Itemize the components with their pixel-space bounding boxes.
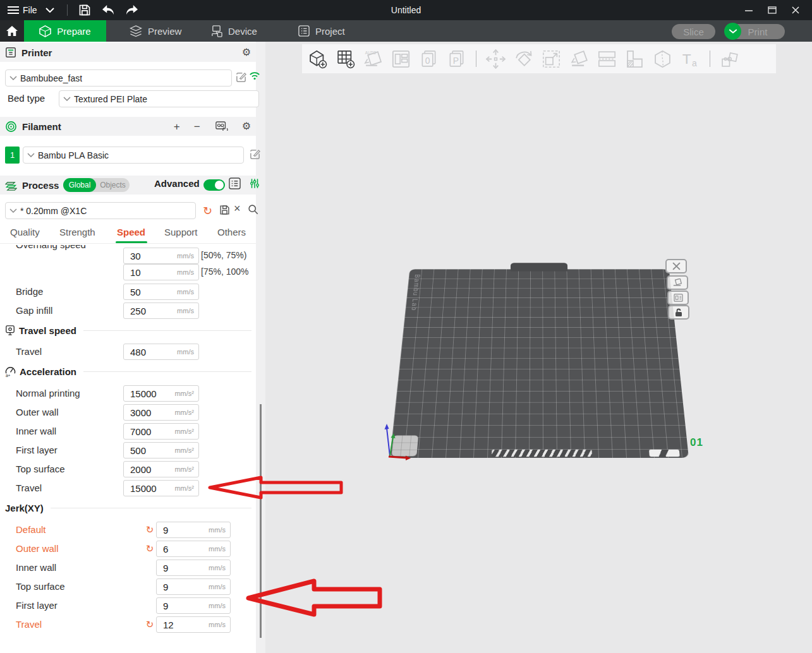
color-painting-button[interactable] (652, 49, 673, 69)
support-painting-button[interactable] (624, 49, 645, 69)
reset-jerk-travel-icon[interactable]: ↻ (144, 619, 155, 630)
parameter-table-button[interactable] (249, 177, 260, 192)
cut-tool-button[interactable] (597, 49, 617, 69)
undo-button[interactable] (101, 0, 115, 20)
text-tool-button[interactable]: T a (680, 49, 701, 69)
split-to-objects-button[interactable]: 0 (418, 49, 439, 69)
travel-speed-icon (5, 325, 15, 335)
printer-preset-select[interactable]: Bambubee_fast (5, 69, 232, 87)
delete-plate-button[interactable] (665, 259, 687, 273)
printer-connection-button[interactable] (249, 71, 260, 83)
filament-preset-select[interactable]: Bambu PLA Basic (23, 147, 244, 164)
accel-top-input[interactable]: 2000 mm/s² (123, 461, 199, 477)
tab-prepare[interactable]: Prepare (24, 20, 106, 42)
accel-normal-input[interactable]: 15000 mm/s² (123, 385, 199, 402)
reset-jerk-outer-icon[interactable]: ↻ (144, 543, 155, 554)
app-menu-button[interactable] (8, 0, 19, 20)
jerk-outer-input[interactable]: 6 mm/s (156, 541, 231, 557)
tab-device[interactable]: Device (210, 20, 286, 42)
tab-quality[interactable]: Quality (10, 227, 40, 237)
add-object-button[interactable] (307, 49, 328, 69)
edit-filament-preset-button[interactable] (249, 148, 261, 163)
reset-jerk-default-icon[interactable]: ↻ (144, 524, 155, 536)
jerk-first-input[interactable]: 9 mm/s (156, 597, 231, 614)
lock-plate-button[interactable] (668, 305, 689, 320)
delete-preset-button[interactable]: × (234, 202, 241, 215)
value: 6 (163, 544, 168, 554)
ams-sync-button[interactable] (215, 120, 228, 133)
process-scope-toggle[interactable]: Global Objects (63, 178, 130, 192)
printer-settings-gear-icon[interactable]: ⚙ (242, 47, 251, 57)
accel-inner-input[interactable]: 7000 mm/s² (123, 423, 199, 440)
split-to-parts-button[interactable]: P (446, 49, 467, 69)
accel-outer-input[interactable]: 3000 mm/s² (123, 404, 199, 421)
redo-button[interactable] (125, 0, 139, 20)
filament-settings-gear-icon[interactable]: ⚙ (242, 121, 251, 131)
jerk-top-input[interactable]: 9 mm/s (156, 578, 231, 595)
filament-section-header: Filament + − ⚙ (0, 117, 256, 136)
settings-sidebar: Printer ⚙ Bambubee_fast Bed type Texture… (0, 42, 256, 653)
lay-on-face-button[interactable] (569, 49, 590, 69)
jerk-default-input[interactable]: 9 mm/s (156, 522, 231, 538)
minimize-button[interactable] (738, 0, 760, 20)
scope-objects[interactable]: Objects (96, 178, 130, 192)
accel-travel-label: Travel (16, 482, 42, 493)
scale-tool-button[interactable] (541, 49, 562, 69)
process-preset-select[interactable]: * 0.20mm @X1C (5, 202, 196, 219)
edit-icon (235, 71, 247, 83)
rotate-tool-button[interactable] (513, 49, 534, 69)
viewport-toolbar: AUTO 0 P (302, 44, 776, 73)
scope-global[interactable]: Global (63, 178, 96, 192)
tab-support[interactable]: Support (164, 227, 198, 237)
add-plate-button[interactable] (335, 49, 356, 69)
svg-text:0: 0 (425, 56, 430, 66)
overhang-speed-input-2[interactable]: 10 mm/s (123, 264, 199, 280)
advanced-toggle[interactable] (203, 179, 225, 191)
gap-infill-input[interactable]: 250 mm/s (123, 303, 199, 319)
file-menu-chevron[interactable] (45, 0, 54, 20)
arrange-plate-button[interactable] (667, 291, 689, 305)
assembly-view-button[interactable] (719, 49, 740, 69)
process-icon (5, 180, 17, 191)
tab-project-label: Project (315, 26, 345, 37)
tab-speed[interactable]: Speed (117, 227, 145, 237)
move-tool-button[interactable] (485, 49, 506, 69)
accel-first-input[interactable]: 500 mm/s² (123, 442, 199, 458)
home-button[interactable] (0, 20, 24, 42)
tab-others[interactable]: Others (217, 227, 246, 237)
file-menu-label[interactable]: File (23, 0, 37, 20)
edit-printer-preset-button[interactable] (235, 71, 247, 86)
add-filament-button[interactable]: + (174, 121, 180, 132)
reset-preset-button[interactable]: ↻ (203, 204, 212, 218)
speed-settings-panel: Overhang speed 30 mm/s [50%, 75%) 10 mm/… (0, 245, 256, 653)
accel-travel-input[interactable]: 15000 mm/s² (123, 480, 199, 496)
close-button[interactable] (785, 0, 806, 20)
tab-project[interactable]: Project (298, 20, 374, 42)
overhang-speed-input-1[interactable]: 30 mm/s (123, 248, 199, 264)
build-plate[interactable]: Bambu Lab (390, 269, 689, 458)
print-dropdown-button[interactable] (724, 23, 741, 40)
maximize-button[interactable] (761, 0, 783, 20)
remove-filament-button[interactable]: − (194, 121, 200, 132)
3d-viewport[interactable]: AUTO 0 P (265, 42, 812, 653)
search-preset-button[interactable] (248, 204, 258, 217)
slice-button[interactable]: Slice (672, 24, 715, 39)
value: 9 (163, 582, 168, 592)
arrange-button[interactable] (391, 49, 411, 69)
tab-preview[interactable]: Preview (130, 20, 205, 42)
tab-strength[interactable]: Strength (59, 227, 95, 237)
rotate-icon (513, 49, 534, 69)
orient-plate-button[interactable] (667, 275, 688, 290)
save-preset-button[interactable] (219, 205, 230, 218)
parameter-list-button[interactable] (229, 177, 241, 192)
save-button[interactable] (78, 0, 91, 20)
auto-orient-button[interactable]: AUTO (363, 49, 384, 69)
bridge-input[interactable]: 50 mm/s (123, 284, 199, 300)
sidebar-scrollbar[interactable] (260, 404, 262, 638)
bed-type-select[interactable]: Textured PEI Plate (59, 90, 259, 107)
jerk-inner-input[interactable]: 9 mm/s (156, 560, 231, 576)
jerk-travel-input[interactable]: 12 mm/s (156, 616, 231, 633)
travel-input[interactable]: 480 mm/s (123, 344, 199, 360)
accel-first-label: First layer (16, 445, 58, 455)
filament-slot-number[interactable]: 1 (5, 147, 20, 164)
